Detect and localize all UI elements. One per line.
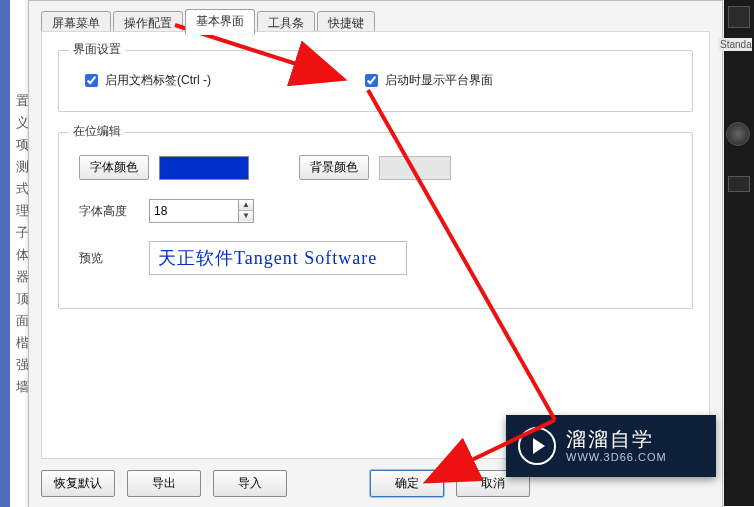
preview-box: 天正软件Tangent Software — [149, 241, 407, 275]
group-title: 在位编辑 — [69, 123, 125, 140]
panel-icon[interactable] — [728, 6, 750, 28]
restore-defaults-button[interactable]: 恢复默认 — [41, 470, 115, 497]
export-button[interactable]: 导出 — [127, 470, 201, 497]
checkbox-doc-tabs[interactable]: 启用文档标签(Ctrl -) — [81, 71, 211, 90]
watermark-title: 溜溜自学 — [566, 427, 667, 451]
group-title: 界面设置 — [69, 41, 125, 58]
import-button[interactable]: 导入 — [213, 470, 287, 497]
font-color-swatch[interactable] — [159, 156, 249, 180]
tab-basic-ui[interactable]: 基本界面 — [185, 9, 255, 35]
font-height-stepper[interactable]: ▲ ▼ — [149, 199, 254, 223]
tab-panel: 界面设置 启用文档标签(Ctrl -) 启动时显示平台界面 在位编辑 字体颜色 … — [41, 31, 710, 459]
spin-up-icon[interactable]: ▲ — [239, 200, 253, 211]
standard-label: Standa — [718, 38, 752, 51]
checkbox-doc-tabs-label: 启用文档标签(Ctrl -) — [105, 72, 211, 89]
panel-icon[interactable] — [728, 176, 750, 192]
app-left-accent — [0, 0, 10, 507]
font-height-input[interactable] — [149, 199, 239, 223]
compass-icon[interactable] — [726, 122, 750, 146]
bg-color-button[interactable]: 背景颜色 — [299, 155, 369, 180]
spin-down-icon[interactable]: ▼ — [239, 211, 253, 221]
checkbox-show-platform-ui-label: 启动时显示平台界面 — [385, 72, 493, 89]
bg-color-swatch[interactable] — [379, 156, 451, 180]
checkbox-show-platform-ui[interactable]: 启动时显示平台界面 — [361, 71, 493, 90]
watermark-url: WWW.3D66.COM — [566, 451, 667, 464]
checkbox-doc-tabs-input[interactable] — [85, 74, 98, 87]
checkbox-show-platform-ui-input[interactable] — [365, 74, 378, 87]
group-interface-settings: 界面设置 启用文档标签(Ctrl -) 启动时显示平台界面 — [58, 50, 693, 112]
preview-label: 预览 — [79, 250, 139, 267]
play-icon — [518, 427, 556, 465]
font-color-button[interactable]: 字体颜色 — [79, 155, 149, 180]
watermark-banner: 溜溜自学 WWW.3D66.COM — [506, 415, 716, 477]
cad-right-panel — [724, 0, 754, 506]
group-inplace-edit: 在位编辑 字体颜色 背景颜色 字体高度 ▲ ▼ 预览 — [58, 132, 693, 309]
font-height-label: 字体高度 — [79, 203, 139, 220]
ok-button[interactable]: 确定 — [370, 470, 444, 497]
